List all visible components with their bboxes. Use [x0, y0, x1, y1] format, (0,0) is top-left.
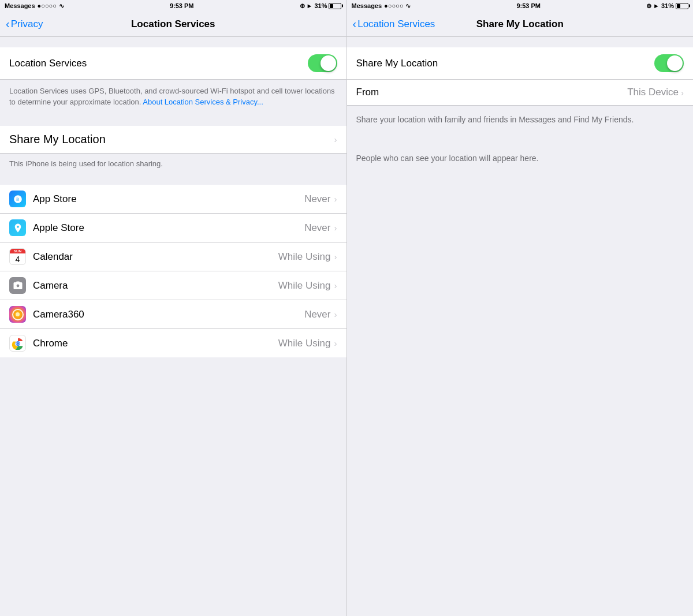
gap-mid-right	[347, 134, 694, 144]
applestore-label: Apple Store	[33, 222, 304, 234]
right-description-block: Share your location with family and frie…	[347, 106, 694, 134]
left-battery-pct: 31%	[314, 2, 327, 9]
applestore-icon	[9, 219, 26, 236]
right-time: 9:53 PM	[516, 2, 541, 9]
camera-label: Camera	[33, 280, 278, 292]
list-item-calendar[interactable]: SUN 4 Calendar While Using ›	[0, 242, 346, 271]
right-app-name: Messages	[352, 2, 382, 9]
left-app-name: Messages	[5, 2, 35, 9]
chrome-icon	[9, 335, 26, 352]
left-wifi-icon: ∿	[59, 2, 64, 10]
camera360-label: Camera360	[33, 309, 304, 320]
svg-point-2	[16, 342, 19, 345]
right-people-block: People who can see your location will ap…	[347, 144, 694, 173]
share-my-location-right-label: Share My Location	[356, 58, 438, 69]
location-services-toggle[interactable]	[308, 54, 337, 72]
list-item-chrome[interactable]: Chrome While Using ›	[0, 329, 346, 357]
right-status-bar: Messages ●○○○○ ∿ 9:53 PM ⊕ ► 31%	[347, 0, 694, 12]
right-location-icon: ⊕ ►	[646, 2, 660, 10]
right-people-text: People who can see your location will ap…	[356, 154, 539, 163]
applestore-chevron: ›	[334, 223, 337, 233]
left-back-chevron: ‹	[6, 17, 10, 31]
location-privacy-link[interactable]: About Location Services & Privacy...	[143, 98, 263, 106]
calendar-chevron: ›	[334, 252, 337, 262]
list-item-camera360[interactable]: Camera360 Never ›	[0, 300, 346, 329]
left-nav-bar: ‹ Privacy Location Services	[0, 12, 347, 36]
toggle-knob	[321, 55, 336, 71]
share-my-location-row[interactable]: Share My Location ›	[0, 126, 346, 154]
left-panel: Location Services Location Services uses…	[0, 37, 347, 616]
share-toggle-knob	[667, 55, 683, 71]
from-label: From	[356, 87, 379, 98]
share-my-location-sublabel: This iPhone is being used for location s…	[9, 159, 163, 168]
gap-top-left	[0, 37, 346, 47]
right-nav-bar: ‹ Location Services Share My Location	[347, 12, 694, 36]
camera360-icon	[9, 306, 26, 323]
share-my-location-sublabel-block: This iPhone is being used for location s…	[0, 154, 346, 174]
location-services-description-block: Location Services uses GPS, Bluetooth, a…	[0, 80, 346, 115]
left-status-right: ⊕ ► 31%	[300, 2, 342, 10]
right-status-left: Messages ●○○○○ ∿	[352, 2, 411, 10]
right-description-text: Share your location with family and frie…	[356, 115, 634, 124]
camera-chevron: ›	[334, 281, 337, 290]
nav-bars: ‹ Privacy Location Services ‹ Location S…	[0, 12, 693, 37]
appstore-label: App Store	[33, 193, 304, 205]
share-my-location-section: Share My Location ›	[0, 126, 346, 154]
right-signal: ●○○○○	[384, 2, 403, 9]
right-back-chevron: ‹	[353, 17, 357, 31]
location-services-toggle-row: Location Services	[0, 47, 346, 80]
list-item-applestore[interactable]: Apple Store Never ›	[0, 214, 346, 242]
right-battery-icon	[676, 3, 688, 9]
camera-value: While Using	[278, 280, 331, 292]
right-wifi-icon: ∿	[405, 2, 411, 10]
from-chevron: ›	[681, 88, 684, 98]
left-nav-title: Location Services	[131, 18, 215, 30]
list-item-appstore[interactable]: App Store Never ›	[0, 185, 346, 214]
camera-icon	[9, 277, 26, 294]
appstore-icon	[9, 191, 26, 207]
right-battery-pct: 31%	[661, 2, 674, 9]
status-bars: Messages ●○○○○ ∿ 9:53 PM ⊕ ► 31% Message…	[0, 0, 693, 12]
left-battery-icon	[329, 3, 341, 9]
left-time: 9:53 PM	[170, 2, 194, 9]
share-my-location-label: Share My Location	[9, 133, 106, 146]
from-value-wrap: This Device ›	[627, 87, 684, 98]
left-location-icon: ⊕ ►	[300, 2, 313, 10]
left-status-bar: Messages ●○○○○ ∿ 9:53 PM ⊕ ► 31%	[0, 0, 347, 12]
calendar-value: While Using	[278, 251, 331, 263]
content-area: Location Services Location Services uses…	[0, 37, 693, 616]
left-back-button[interactable]: ‹ Privacy	[6, 17, 43, 31]
apps-list-section: App Store Never › Apple Store Never ›	[0, 185, 346, 357]
left-signal: ●○○○○	[38, 2, 57, 9]
location-services-description: Location Services uses GPS, Bluetooth, a…	[9, 87, 335, 106]
right-nav-title: Share My Location	[476, 18, 564, 30]
calendar-icon: SUN 4	[9, 248, 26, 265]
gap-top-right	[347, 37, 694, 47]
calendar-label: Calendar	[33, 251, 278, 263]
right-back-button[interactable]: ‹ Location Services	[353, 17, 435, 31]
list-item-camera[interactable]: Camera While Using ›	[0, 271, 346, 300]
applestore-value: Never	[304, 222, 330, 234]
location-services-label: Location Services	[9, 58, 87, 69]
right-panel: Share My Location From This Device › Sha…	[347, 37, 694, 616]
camera360-chevron: ›	[334, 309, 337, 319]
left-back-label: Privacy	[11, 18, 43, 30]
right-status-right: ⊕ ► 31%	[646, 2, 688, 10]
from-row[interactable]: From This Device ›	[347, 80, 694, 106]
chrome-label: Chrome	[33, 338, 278, 349]
appstore-chevron: ›	[334, 194, 337, 204]
from-value: This Device	[627, 87, 679, 98]
share-my-location-toggle[interactable]	[654, 54, 684, 72]
right-back-label: Location Services	[357, 18, 435, 30]
appstore-value: Never	[304, 193, 330, 205]
camera360-value: Never	[304, 309, 330, 320]
share-my-location-chevron: ›	[334, 135, 337, 144]
left-status-left: Messages ●○○○○ ∿	[5, 2, 64, 10]
chrome-value: While Using	[278, 338, 331, 349]
chrome-chevron: ›	[334, 338, 337, 348]
share-my-location-toggle-row: Share My Location	[347, 47, 694, 80]
